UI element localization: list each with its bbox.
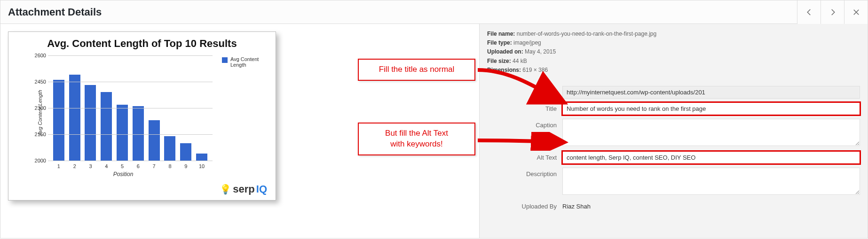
description-input[interactable] — [562, 168, 860, 195]
x-tick: 3 — [85, 163, 96, 169]
prev-button[interactable] — [797, 0, 821, 24]
attachment-details-modal: Attachment Details Avg. Content Length o… — [0, 0, 868, 239]
label-description: Description — [487, 168, 562, 177]
url-input[interactable] — [562, 86, 860, 99]
gridline — [48, 55, 213, 56]
x-tick: 10 — [196, 163, 207, 169]
arrow-alttext — [475, 132, 569, 151]
close-icon — [852, 8, 860, 16]
x-tick: 4 — [101, 163, 112, 169]
y-tick: 2450 — [32, 79, 46, 85]
row-alttext: Alt Text — [487, 151, 860, 164]
caption-input[interactable] — [562, 119, 860, 146]
gridline — [48, 161, 213, 161]
chevron-left-icon — [805, 8, 813, 16]
uploadedby-value: Riaz Shah — [562, 200, 860, 210]
y-axis-label: Avg Content Length — [37, 90, 43, 135]
x-tick: 6 — [133, 163, 144, 169]
arrow-title — [475, 65, 569, 108]
bar — [196, 154, 207, 161]
x-tick: 5 — [117, 163, 128, 169]
legend-swatch — [222, 57, 228, 63]
y-tick: 2000 — [32, 158, 46, 163]
legend-label: Avg Content Length — [230, 56, 269, 68]
chart-plot: 12345678910 20002150230024502600 — [48, 55, 213, 161]
bar — [101, 92, 112, 161]
meta-filename: number-of-words-you-need-to-rank-on-the-… — [517, 31, 656, 37]
x-tick: 9 — [180, 163, 191, 169]
chart-title: Avg. Content Length of Top 10 Results — [15, 38, 269, 50]
chart-card: Avg. Content Length of Top 10 Results Av… — [8, 31, 276, 200]
meta-filesize: 44 kB — [513, 58, 527, 64]
modal-title: Attachment Details — [8, 6, 102, 18]
callout-alttext: But fill the Alt Text with keywords! — [358, 123, 475, 155]
bar — [164, 136, 175, 161]
bar — [53, 80, 64, 161]
x-tick: 1 — [53, 163, 64, 169]
bulb-icon: 💡 — [220, 184, 231, 195]
chart-area: Avg Content Length 12345678910 200021502… — [34, 52, 213, 174]
callout-title: Fill the title as normal — [358, 59, 475, 81]
bar — [149, 120, 160, 161]
bar — [117, 105, 128, 161]
y-tick: 2150 — [32, 131, 46, 137]
y-tick: 2300 — [32, 105, 46, 111]
chart-xticks: 12345678910 — [48, 163, 213, 169]
close-button[interactable] — [844, 0, 868, 24]
bar — [85, 85, 96, 161]
meta-uploaded: May 4, 2015 — [525, 48, 556, 55]
gridline — [48, 108, 213, 108]
y-tick: 2600 — [32, 53, 46, 58]
label-caption: Caption — [487, 119, 562, 129]
gridline — [48, 134, 213, 135]
x-tick: 7 — [149, 163, 160, 169]
gridline — [48, 82, 213, 82]
row-uploadedby: Uploaded By Riaz Shah — [487, 200, 860, 210]
x-axis-label: Position — [113, 171, 134, 177]
label-alttext: Alt Text — [487, 151, 562, 161]
modal-body: Avg. Content Length of Top 10 Results Av… — [0, 24, 868, 238]
alttext-input[interactable] — [562, 151, 860, 164]
brand-logo: 💡 serpIQ — [220, 183, 267, 195]
details-sidebar: File name: number-of-words-you-need-to-r… — [479, 24, 868, 238]
next-button[interactable] — [821, 0, 844, 24]
chevron-right-icon — [829, 8, 837, 16]
bar — [180, 143, 191, 161]
label-uploadedby: Uploaded By — [487, 200, 562, 210]
x-tick: 8 — [164, 163, 175, 169]
title-input[interactable] — [562, 102, 860, 115]
header-actions — [797, 0, 868, 24]
x-tick: 2 — [69, 163, 80, 169]
meta-filetype: image/jpeg — [513, 39, 541, 46]
bar — [133, 106, 144, 161]
brand-iq: IQ — [256, 183, 267, 195]
brand-serp: serp — [233, 183, 254, 195]
bar — [69, 75, 80, 161]
modal-header: Attachment Details — [0, 0, 868, 24]
attachment-preview: Avg. Content Length of Top 10 Results Av… — [0, 24, 479, 238]
chart-legend: Avg Content Length — [222, 56, 269, 68]
row-description: Description — [487, 168, 860, 196]
